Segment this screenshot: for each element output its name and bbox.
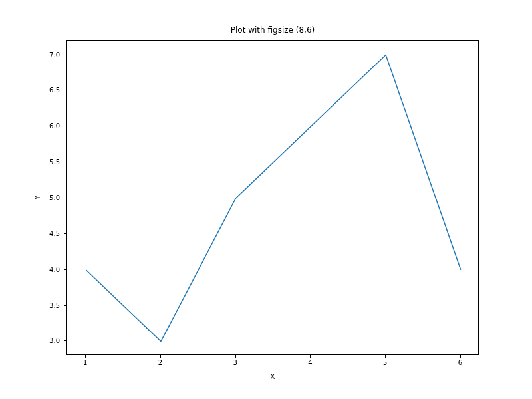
y-tick-label: 3.5 [49,301,60,309]
x-tick-label: 3 [233,359,237,366]
x-tick-mark [310,355,311,358]
y-tick-label: 7.0 [49,51,60,58]
x-tick-label: 5 [383,359,387,366]
figure: Plot with figsize (8,6) X Y 123456 3.03.… [0,0,532,399]
y-tick-label: 3.0 [49,337,60,344]
y-tick-mark [64,198,66,198]
y-tick-label: 5.0 [49,194,60,201]
x-tick-mark [160,355,161,358]
y-tick-mark [64,162,66,162]
x-tick-mark [235,355,236,358]
y-tick-label: 6.5 [49,86,60,94]
x-axis-label: X [66,373,479,380]
y-tick-mark [64,269,66,270]
y-tick-mark [64,340,66,341]
axes-frame [66,40,479,355]
y-tick-mark [64,233,66,234]
x-tick-label: 4 [308,359,312,366]
y-tick-mark [64,55,66,55]
y-tick-label: 6.0 [49,122,60,130]
chart-title: Plot with figsize (8,6) [66,25,479,35]
x-tick-label: 1 [83,359,87,366]
x-tick-mark [460,355,461,358]
y-tick-mark [64,126,66,126]
y-tick-label: 4.5 [49,229,60,237]
y-tick-label: 5.5 [49,158,60,166]
y-tick-mark [64,305,66,306]
x-tick-label: 6 [458,359,462,366]
y-axis-label: Y [34,196,41,200]
line-series [67,41,479,356]
x-tick-mark [385,355,386,358]
y-tick-mark [64,90,66,90]
y-tick-label: 4.0 [49,265,60,273]
x-tick-mark [85,355,86,358]
x-tick-label: 2 [158,359,162,366]
